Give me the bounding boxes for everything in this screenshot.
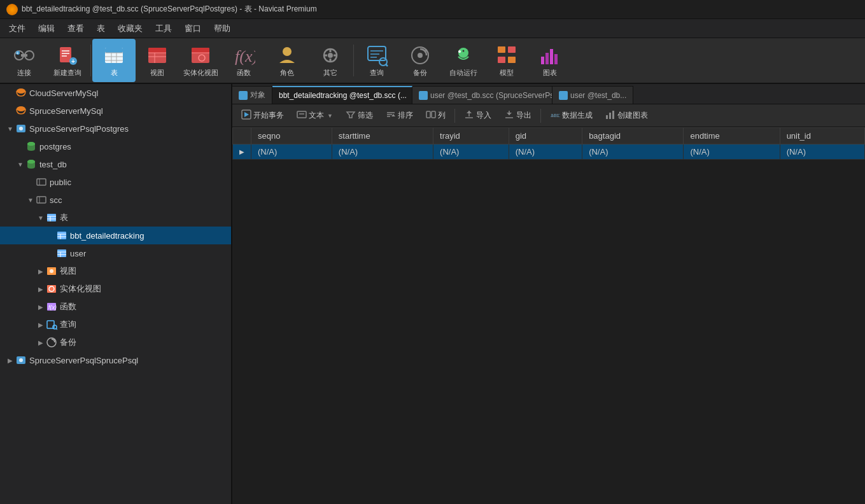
sub-btn-export[interactable]: 导出 [499, 108, 537, 123]
sub-btn-create-chart[interactable]: 创建图表 [600, 108, 653, 123]
sub-btn-import[interactable]: 导入 [459, 108, 496, 123]
sidebar-label-postgres-db: postgres [39, 142, 71, 151]
sidebar-label-test-db: test_db [39, 160, 67, 169]
table-col-bagtagid[interactable]: bagtagid [582, 128, 684, 144]
tab-label-bbt-tab: bbt_detailedtracking @test_db.scc (... [279, 91, 407, 100]
sub-btn-icon-gen-data: 101ABC [550, 109, 560, 122]
tree-icon-table [56, 248, 67, 259]
table-col-indicator [233, 128, 251, 144]
tree-arrow-matviews-group: ▶ [36, 284, 46, 294]
other-icon [319, 44, 342, 67]
menu-item-窗口[interactable]: 窗口 [178, 20, 207, 37]
sidebar-item-user-table[interactable]: user [0, 244, 231, 262]
table-cell-0-1[interactable]: (N/A) [332, 144, 433, 160]
tree-arrow-spruce-mysql [5, 106, 15, 116]
tree-icon-query [46, 319, 57, 330]
sidebar-item-queries-group[interactable]: ▶查询 [0, 316, 231, 333]
table-row[interactable]: ▶(N/A)(N/A)(N/A)(N/A)(N/A)(N/A)(N/A) [233, 144, 865, 160]
sidebar-label-spruce-psql-postgres: SpruceServerPsqlPostgres [29, 124, 129, 134]
sidebar-label-scc-schema: scc [50, 195, 62, 205]
tree-icon-postgres [15, 354, 27, 366]
table-col-starttime[interactable]: starttime [332, 128, 433, 144]
menu-item-编辑[interactable]: 编辑 [32, 20, 61, 37]
app-icon [6, 4, 18, 15]
sidebar-item-scc-schema[interactable]: ▼scc [0, 191, 231, 209]
sidebar-item-views-group[interactable]: ▶视图 [0, 262, 231, 280]
toolbar-model[interactable]: 模型 [485, 39, 528, 82]
sidebar-item-funcs-group[interactable]: ▶f(x)函数 [0, 298, 231, 316]
toolbar-table-label: 表 [111, 68, 118, 78]
table-cell-0-4[interactable]: (N/A) [582, 144, 684, 160]
toolbar-new-query[interactable]: + 新建查询 [46, 39, 89, 82]
connect-icon: + [13, 44, 36, 67]
tab-obj-tab[interactable]: 对象 [232, 86, 272, 104]
sidebar-item-matviews-group[interactable]: ▶实体化视图 [0, 280, 231, 298]
toolbar-matview[interactable]: 实体化视图 [179, 39, 222, 82]
toolbar-separator-1 [90, 45, 91, 76]
sidebar-item-spruce-psql-spruce[interactable]: ▶SpruceServerPsqlSprucePsql [0, 351, 231, 369]
toolbar-query[interactable]: 查询 [355, 39, 398, 82]
tab-user-tab2[interactable]: user @test_db... [552, 86, 633, 104]
toolbar-backup[interactable]: 备份 [398, 39, 442, 82]
tab-user-tab1[interactable]: user @test_db.scc (SpruceServerPsql... [412, 86, 552, 104]
sidebar-label-spruce-mysql: SpruceServerMySql [29, 106, 103, 116]
sub-btn-sort[interactable]: 排序 [381, 108, 418, 123]
sidebar-item-backup-group[interactable]: ▶备份 [0, 333, 231, 351]
table: seqnostarttimetrayidgidbagtagidendtimeun… [232, 127, 865, 160]
toolbar-chart-label: 图表 [543, 68, 557, 78]
sidebar-item-postgres-db[interactable]: postgres [0, 137, 231, 155]
sub-btn-begin-tx[interactable]: 开始事务 [236, 108, 289, 123]
svg-rect-111 [606, 115, 608, 119]
toolbar-other[interactable]: 其它 [309, 39, 352, 82]
sub-btn-icon-export [504, 109, 514, 122]
sidebar-item-test-db[interactable]: ▼test_db [0, 155, 231, 173]
table-col-seqno[interactable]: seqno [251, 128, 332, 144]
tree-icon-db [25, 158, 37, 170]
toolbar-function[interactable]: f(x) 函数 [222, 39, 265, 82]
sub-btn-label-create-chart: 创建图表 [617, 110, 648, 121]
menu-item-帮助[interactable]: 帮助 [207, 20, 237, 37]
tree-arrow-postgres-db [15, 141, 25, 151]
sub-btn-text[interactable]: 文本▼ [292, 108, 338, 123]
sidebar-item-bbt-table[interactable]: bbt_detailedtracking [0, 227, 231, 244]
menu-item-工具[interactable]: 工具 [149, 20, 178, 37]
table-col-endtime[interactable]: endtime [684, 128, 780, 144]
row-arrow: ▶ [233, 144, 251, 160]
sidebar-item-cloud-mysql[interactable]: CloudServerMySql [0, 84, 231, 102]
table-cell-0-5[interactable]: (N/A) [684, 144, 780, 160]
function-icon: f(x) [232, 44, 255, 67]
toolbar-chart[interactable]: 图表 [528, 39, 572, 82]
sub-btn-gen-data[interactable]: 101ABC数据生成 [545, 108, 598, 123]
table-col-trayid[interactable]: trayid [433, 128, 509, 144]
sidebar-item-tables-group[interactable]: ▼表 [0, 209, 231, 227]
toolbar-other-label: 其它 [323, 68, 337, 78]
sub-btn-columns[interactable]: 列 [421, 108, 451, 123]
table-cell-0-3[interactable]: (N/A) [509, 144, 582, 160]
table-cell-0-0[interactable]: (N/A) [251, 144, 332, 160]
table-col-unit_id[interactable]: unit_id [780, 128, 864, 144]
table-col-gid[interactable]: gid [509, 128, 582, 144]
toolbar-role[interactable]: 角色 [265, 39, 309, 82]
toolbar-view[interactable]: 视图 [136, 39, 179, 82]
sidebar-item-spruce-mysql[interactable]: SpruceServerMySql [0, 102, 231, 120]
menu-item-表[interactable]: 表 [90, 20, 111, 37]
menu-item-查看[interactable]: 查看 [61, 20, 90, 37]
toolbar-table[interactable]: 表 [92, 39, 136, 82]
toolbar-connect[interactable]: + 连接 [3, 39, 46, 82]
menu-item-文件[interactable]: 文件 [3, 20, 32, 37]
svg-point-45 [458, 50, 461, 53]
svg-rect-52 [545, 53, 549, 64]
toolbar-autorun[interactable]: 自动运行 [442, 39, 485, 82]
svg-rect-63 [37, 179, 46, 185]
sidebar-label-cloud-mysql: CloudServerMySql [29, 88, 98, 98]
sidebar-label-spruce-psql-spruce: SpruceServerPsqlSprucePsql [29, 356, 138, 365]
toolbar-connect-label: 连接 [17, 68, 31, 78]
sidebar-item-spruce-psql-postgres[interactable]: ▼SpruceServerPsqlPostgres [0, 120, 231, 137]
menu-item-收藏夹[interactable]: 收藏夹 [111, 20, 149, 37]
table-cell-0-6[interactable]: (N/A) [780, 144, 864, 160]
table-cell-0-2[interactable]: (N/A) [433, 144, 509, 160]
sub-btn-filter[interactable]: 筛选 [341, 108, 378, 123]
svg-point-91 [19, 358, 23, 362]
sidebar-item-public-schema[interactable]: public [0, 173, 231, 191]
tab-bbt-tab[interactable]: bbt_detailedtracking @test_db.scc (... [272, 86, 412, 104]
